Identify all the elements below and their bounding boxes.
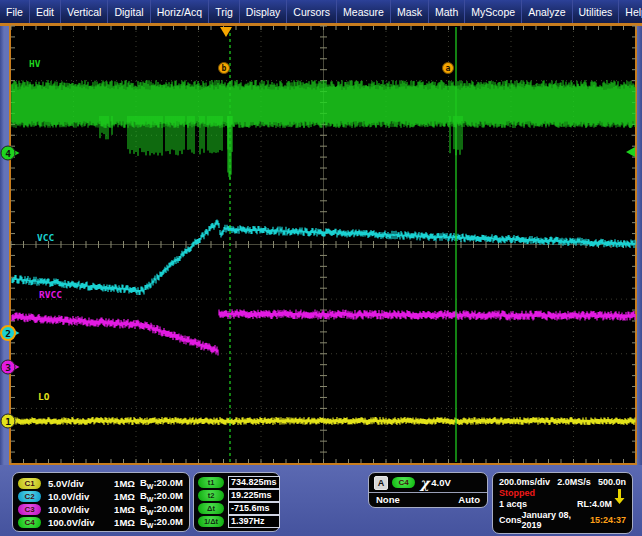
channel-row-c4: C4 100.0V/div 1MΩ BW:20.0M <box>18 516 183 529</box>
cursor-badge-dt: Δt <box>198 503 224 514</box>
channel-row-c2: C2 10.0V/div 1MΩ BW:20.0M <box>18 490 183 503</box>
trigger-level: 4.0V <box>431 477 451 488</box>
pan-indicator-icon <box>614 489 625 505</box>
menu-item-horizacq[interactable]: Horiz/Acq <box>151 0 210 23</box>
cursor-row-t2: t2 19.225ms <box>198 489 280 502</box>
sample-resolution: 500.0n <box>598 477 626 487</box>
sample-rate: 2.0MS/s <box>557 477 591 487</box>
trigger-settings-row: A C4 χ 4.0V <box>369 473 487 493</box>
menu-item-mask[interactable]: Mask <box>391 0 429 23</box>
menu-item-file[interactable]: File <box>0 0 30 23</box>
horizontal-acq-box: 200.0ms/div 2.0MS/s 500.0n Stopped 1 acq… <box>492 472 633 534</box>
channel-badge-c2[interactable]: C2 <box>18 491 41 502</box>
cursor-value-t1: 734.825ms <box>228 476 280 489</box>
menu-item-analyze[interactable]: Analyze <box>522 0 572 23</box>
date-text: January 08, 2019 <box>522 510 590 530</box>
channel-scale: 5.0V/div <box>48 478 84 489</box>
channel-badge-c4[interactable]: C4 <box>18 517 41 528</box>
menu-item-measure[interactable]: Measure <box>337 0 391 23</box>
menu-bar: File Edit Vertical Digital Horiz/Acq Tri… <box>0 0 642 23</box>
channel-row-c3: C3 10.0V/div 1MΩ BW:20.0M <box>18 503 183 516</box>
channel-impedance: 1MΩ <box>114 491 135 502</box>
channel-badge-c3[interactable]: C3 <box>18 504 41 515</box>
cons-label: Cons <box>499 515 522 525</box>
channel-scale: 100.0V/div <box>48 517 94 528</box>
trigger-source-badge[interactable]: C4 <box>392 477 415 488</box>
menu-item-cursors[interactable]: Cursors <box>287 0 337 23</box>
acq-count-row: 1 acqs RL:4.0M <box>499 499 626 510</box>
trigger-seq-badge: A <box>374 476 388 490</box>
graticule-top-edge <box>0 23 642 26</box>
graticule <box>9 24 637 465</box>
channel-row-c1: C1 5.0V/div 1MΩ BW:20.0M <box>18 477 183 490</box>
datetime-row: Cons January 08, 2019 15:24:37 <box>499 510 626 530</box>
timebase-row: 200.0ms/div 2.0MS/s 500.0n <box>499 476 626 487</box>
acq-status: Stopped <box>499 488 535 498</box>
channel-bandwidth: BW:20.0M <box>140 516 183 529</box>
trigger-box: A C4 χ 4.0V None Auto <box>368 472 488 508</box>
channel-scale: 10.0V/div <box>48 504 89 515</box>
channels-box: C1 5.0V/div 1MΩ BW:20.0M C2 10.0V/div 1M… <box>12 472 190 532</box>
trigger-mode-none: None <box>376 494 400 505</box>
channel-bandwidth: BW:20.0M <box>140 477 183 490</box>
cursor-row-t1: t1 734.825ms <box>198 476 280 489</box>
channel-impedance: 1MΩ <box>114 478 135 489</box>
cursor-readout-box: t1 734.825ms t2 19.225ms Δt -715.6ms 1/Δ… <box>193 472 280 532</box>
trigger-mode-auto: Auto <box>458 494 480 505</box>
trigger-mode-row: None Auto <box>369 493 487 505</box>
menu-item-trig[interactable]: Trig <box>209 0 240 23</box>
cursor-row-dt: Δt -715.6ms <box>198 502 280 515</box>
timebase-scale: 200.0ms/div <box>499 477 550 487</box>
trigger-slope-icon: χ <box>420 478 429 488</box>
cursor-value-t2: 19.225ms <box>228 489 280 502</box>
menu-item-edit[interactable]: Edit <box>30 0 61 23</box>
channel-impedance: 1MΩ <box>114 517 135 528</box>
time-text: 15:24:37 <box>590 515 626 525</box>
channel-bandwidth: BW:20.0M <box>140 490 183 503</box>
acq-count: 1 acqs <box>499 499 527 509</box>
menu-item-vertical[interactable]: Vertical <box>61 0 108 23</box>
record-length: RL:4.0M <box>577 499 612 509</box>
channel-badge-c1[interactable]: C1 <box>18 478 41 489</box>
channel-impedance: 1MΩ <box>114 504 135 515</box>
cursor-badge-inv-dt: 1/Δt <box>198 516 224 527</box>
menu-item-help[interactable]: Help <box>619 0 642 23</box>
menu-item-math[interactable]: Math <box>429 0 465 23</box>
menu-item-display[interactable]: Display <box>240 0 287 23</box>
menu-item-utilities[interactable]: Utilities <box>573 0 620 23</box>
acq-status-row: Stopped <box>499 487 626 498</box>
channel-scale: 10.0V/div <box>48 491 89 502</box>
cursor-value-dt: -715.6ms <box>228 502 280 515</box>
cursor-value-inv-dt: 1.397Hz <box>228 515 280 528</box>
menu-item-digital[interactable]: Digital <box>108 0 150 23</box>
oscilloscope-screen: File Edit Vertical Digital Horiz/Acq Tri… <box>0 0 642 536</box>
status-panel: C1 5.0V/div 1MΩ BW:20.0M C2 10.0V/div 1M… <box>0 465 642 536</box>
menu-item-myscope[interactable]: MyScope <box>465 0 522 23</box>
cursor-row-inv-dt: 1/Δt 1.397Hz <box>198 515 280 528</box>
cursor-badge-t2: t2 <box>198 490 224 501</box>
cursor-badge-t1: t1 <box>198 477 224 488</box>
channel-bandwidth: BW:20.0M <box>140 503 183 516</box>
